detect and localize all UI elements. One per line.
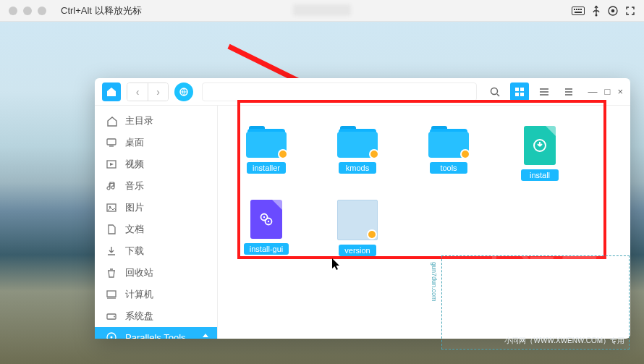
- svg-rect-3: [578, 9, 580, 10]
- maximize-button[interactable]: □: [605, 86, 611, 97]
- lock-badge-icon: [367, 229, 377, 240]
- home-icon: [105, 115, 118, 127]
- search-icon[interactable]: [486, 82, 504, 101]
- eject-icon[interactable]: [201, 332, 210, 339]
- item-label: installer: [247, 162, 286, 174]
- traffic-lights: [9, 7, 46, 15]
- keyboard-icon[interactable]: [572, 7, 585, 15]
- lock-badge-icon: [369, 149, 379, 159]
- grid-item-version[interactable]: version: [332, 200, 383, 256]
- item-label: version: [339, 245, 376, 256]
- item-label: install-gui: [244, 243, 289, 255]
- svg-rect-23: [107, 139, 116, 145]
- music-icon: [105, 180, 118, 192]
- app-icon[interactable]: [102, 82, 121, 101]
- disk-icon: [105, 310, 118, 322]
- svg-rect-28: [107, 291, 116, 297]
- sidebar: 主目录 桌面 视频 音乐 图片 文档 下载 回收站 计算机 系统盘 Parall…: [95, 106, 218, 339]
- hamburger-icon[interactable]: [559, 82, 578, 101]
- grid-view-button[interactable]: [510, 82, 529, 101]
- list-view-button[interactable]: [535, 82, 554, 101]
- video-icon: [105, 158, 118, 170]
- svg-point-39: [268, 221, 269, 222]
- sidebar-item-5[interactable]: 文档: [95, 219, 217, 240]
- menu-bar-right: [572, 5, 635, 17]
- sidebar-item-2[interactable]: 视频: [95, 153, 217, 175]
- svg-rect-4: [580, 9, 582, 10]
- svg-rect-5: [575, 12, 582, 13]
- sidebar-item-0[interactable]: 主目录: [95, 110, 217, 132]
- mac-menu-bar: Ctrl+Alt 以释放光标: [0, 0, 644, 22]
- nav-arrows: ‹ ›: [127, 82, 169, 101]
- desktop-icon: [105, 137, 118, 148]
- sidebar-item-label: 下载: [125, 245, 144, 258]
- trash-icon: [105, 267, 118, 279]
- attribution-side: gun7dun.com: [431, 262, 438, 302]
- desktop: Ctrl+Alt 以释放光标 ‹ › —: [0, 0, 644, 364]
- lock-badge-icon: [460, 149, 470, 159]
- grid-item-tools[interactable]: tools: [423, 126, 474, 181]
- sidebar-item-7[interactable]: 回收站: [95, 262, 217, 284]
- sidebar-item-label: 系统盘: [125, 310, 153, 323]
- svg-rect-1: [574, 9, 575, 10]
- sidebar-item-label: 视频: [125, 158, 144, 171]
- svg-point-33: [111, 337, 113, 339]
- expand-icon[interactable]: [625, 6, 635, 16]
- sidebar-item-6[interactable]: 下载: [95, 240, 217, 262]
- disc-icon: [105, 331, 118, 339]
- sidebar-item-9[interactable]: 系统盘: [95, 305, 217, 327]
- blurred-title: [293, 4, 351, 16]
- svg-point-11: [491, 88, 497, 94]
- svg-point-31: [114, 316, 115, 318]
- item-label: install: [521, 169, 559, 181]
- svg-rect-0: [572, 7, 585, 14]
- window-hint-text: Ctrl+Alt 以释放光标: [61, 4, 142, 17]
- svg-rect-16: [520, 93, 524, 96]
- script-file-icon: [524, 126, 556, 165]
- svg-line-12: [497, 94, 499, 96]
- usb-icon[interactable]: [592, 5, 601, 17]
- picture-icon: [105, 202, 118, 213]
- item-label: tools: [430, 162, 467, 174]
- minimize-traffic[interactable]: [23, 7, 32, 15]
- download-icon: [105, 245, 118, 257]
- svg-rect-14: [520, 88, 524, 91]
- document-icon: [105, 224, 118, 235]
- script-file-icon: [250, 200, 282, 239]
- sidebar-item-10[interactable]: Parallels Tools: [95, 327, 217, 339]
- sidebar-item-4[interactable]: 图片: [95, 197, 217, 219]
- mouse-cursor: [331, 258, 342, 271]
- path-button[interactable]: [174, 82, 193, 101]
- sidebar-item-label: 桌面: [125, 136, 144, 149]
- sidebar-item-label: 计算机: [125, 288, 153, 301]
- grid-item-install-gui[interactable]: install-gui: [241, 200, 292, 256]
- sidebar-item-label: 主目录: [125, 114, 153, 127]
- sidebar-item-8[interactable]: 计算机: [95, 284, 217, 305]
- close-traffic[interactable]: [9, 7, 17, 15]
- folder-icon: [428, 126, 469, 158]
- sidebar-item-3[interactable]: 音乐: [95, 175, 217, 197]
- window-controls: — □ ×: [588, 86, 623, 97]
- folder-icon: [337, 126, 378, 158]
- grid-item-kmods[interactable]: kmods: [332, 126, 383, 181]
- sidebar-item-1[interactable]: 桌面: [95, 132, 217, 153]
- back-button[interactable]: ‹: [127, 83, 148, 101]
- close-button[interactable]: ×: [617, 86, 623, 97]
- sidebar-item-label: Parallels Tools: [125, 332, 186, 339]
- svg-rect-15: [515, 93, 519, 96]
- svg-point-6: [596, 14, 598, 16]
- item-label: kmods: [339, 162, 376, 174]
- text-file-icon: [337, 200, 378, 240]
- record-icon[interactable]: [608, 6, 618, 16]
- fm-toolbar: ‹ › — □ ×: [95, 78, 630, 106]
- lock-badge-icon: [278, 149, 288, 159]
- sidebar-item-label: 回收站: [125, 266, 153, 279]
- svg-point-38: [263, 216, 265, 218]
- grid-item-install[interactable]: install: [514, 126, 565, 181]
- address-bar[interactable]: [202, 82, 477, 101]
- grid-item-installer[interactable]: installer: [241, 126, 292, 181]
- minimize-button[interactable]: —: [588, 86, 598, 97]
- forward-button[interactable]: ›: [148, 83, 168, 101]
- zoom-traffic[interactable]: [38, 7, 46, 15]
- attribution-bottom: 小问网（WWW.XWENW.COM）专用: [504, 336, 624, 346]
